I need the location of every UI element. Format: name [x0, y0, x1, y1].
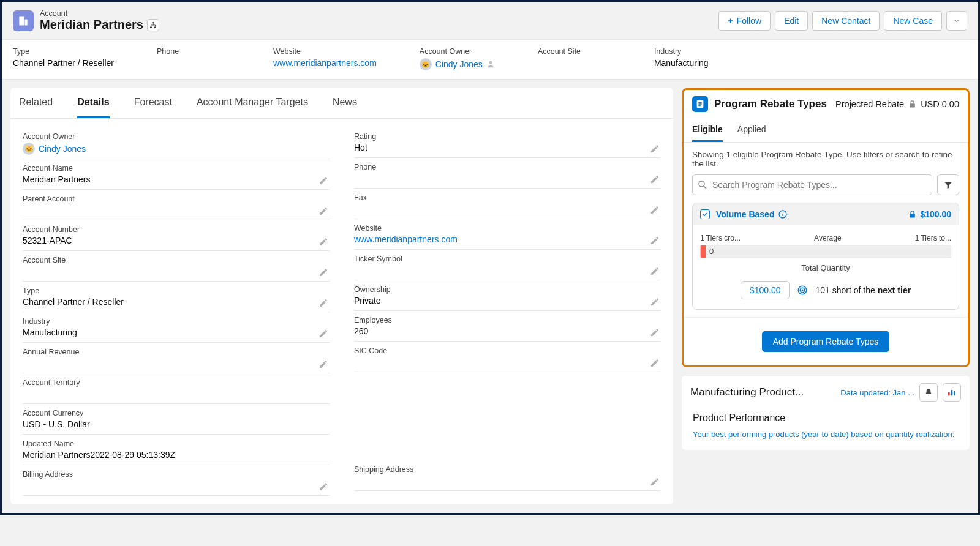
field-ticker-symbol: Ticker Symbol [354, 250, 661, 280]
hierarchy-button[interactable] [147, 19, 159, 31]
more-actions-button[interactable] [946, 11, 967, 31]
pencil-icon[interactable] [650, 327, 660, 337]
check-icon [701, 211, 709, 218]
hl-website-link[interactable]: www.meridianpartners.com [273, 58, 377, 68]
field-value [23, 266, 312, 277]
pencil-icon[interactable] [650, 266, 660, 276]
field-value: 260 [354, 326, 644, 337]
svg-rect-15 [951, 390, 953, 395]
hl-industry-value: Manufacturing [654, 58, 728, 68]
account-icon [13, 10, 34, 31]
field-link[interactable]: www.meridianpartners.com [354, 234, 458, 244]
field-rating: RatingHot [354, 127, 661, 158]
tab-related[interactable]: Related [19, 88, 53, 118]
field-value: Private [354, 296, 644, 307]
field-value: www.meridianpartners.com [354, 234, 644, 245]
pencil-icon[interactable] [318, 267, 328, 277]
hl-type-label: Type [13, 47, 114, 56]
pencil-icon[interactable] [318, 176, 328, 185]
pencil-icon[interactable] [318, 329, 328, 338]
tab-forecast[interactable]: Forecast [134, 88, 172, 118]
field-value: Manufacturing [23, 327, 312, 338]
rebate-item-amount: $100.00 [920, 209, 951, 219]
pencil-icon[interactable] [650, 174, 660, 184]
rebate-search-input[interactable] [692, 174, 932, 195]
field-label: Website [354, 224, 644, 233]
pencil-icon[interactable] [318, 206, 328, 216]
edit-button[interactable]: Edit [775, 11, 808, 31]
change-owner-icon[interactable] [486, 60, 495, 69]
svg-rect-4 [154, 26, 156, 28]
pencil-icon[interactable] [318, 482, 328, 492]
field-label: Account Name [23, 164, 312, 173]
field-value: Channel Partner / Reseller [23, 297, 312, 308]
tab-news[interactable]: News [333, 88, 357, 118]
field-value: Meridian Partners2022-08-29 05:13:39Z [23, 450, 330, 461]
tab-applied[interactable]: Applied [737, 118, 766, 142]
field-billing-address: Billing Address [23, 465, 330, 496]
tab-eligible[interactable]: Eligible [692, 118, 723, 142]
hl-phone-label: Phone [157, 47, 230, 56]
field-label: Account Site [23, 256, 312, 264]
add-program-rebate-types-button[interactable]: Add Program Rebate Types [762, 331, 890, 352]
field-account-number: Account Number52321-APAC [23, 220, 330, 251]
pencil-icon[interactable] [650, 144, 660, 154]
bar-value: 0 [709, 247, 714, 256]
field-label: Ownership [354, 285, 644, 294]
rebate-item-checkbox[interactable] [700, 209, 710, 219]
field-account-name: Account NameMeridian Partners [23, 159, 330, 190]
pencil-icon[interactable] [650, 205, 660, 215]
bell-icon [924, 387, 933, 397]
svg-rect-16 [954, 391, 956, 395]
svg-rect-10 [910, 214, 916, 217]
field-label: Type [23, 286, 312, 295]
pencil-icon[interactable] [318, 237, 328, 247]
field-label: Billing Address [23, 470, 312, 479]
info-icon[interactable] [778, 209, 788, 219]
product-performance-text: Your best performing products (year to d… [693, 430, 959, 439]
tier-chip[interactable]: $100.00 [741, 281, 790, 299]
pencil-icon[interactable] [318, 298, 328, 308]
new-case-button[interactable]: New Case [884, 11, 942, 31]
notifications-button[interactable] [919, 383, 938, 402]
owner-link[interactable]: Cindy Jones [39, 144, 86, 154]
rebate-item: Volume Based $100.00 1 Tiers cro... Aver… [692, 203, 959, 310]
field-account-site: Account Site [23, 251, 330, 282]
chart-button[interactable] [943, 383, 961, 402]
field-value [354, 204, 644, 215]
field-value: Meridian Partners [23, 174, 312, 185]
field-type: TypeChannel Partner / Reseller [23, 282, 330, 312]
follow-button[interactable]: +Follow [718, 11, 771, 31]
tab-account-manager-targets[interactable]: Account Manager Targets [197, 88, 308, 118]
pencil-icon[interactable] [650, 297, 660, 307]
pencil-icon[interactable] [318, 359, 328, 369]
tab-details[interactable]: Details [77, 88, 109, 118]
field-updated-name: Updated NameMeridian Partners2022-08-29 … [23, 435, 330, 465]
pencil-icon[interactable] [650, 358, 660, 368]
field-value [354, 476, 644, 487]
field-shipping-address: Shipping Address [354, 460, 661, 491]
field-label: Updated Name [23, 439, 330, 448]
bar-label-right: 1 Tiers to... [915, 234, 951, 242]
svg-rect-7 [910, 103, 915, 107]
filter-button[interactable] [937, 174, 959, 195]
filter-icon [943, 180, 953, 190]
mfg-updated-value: Jan ... [893, 388, 914, 397]
projected-rebate-value: USD 0.00 [921, 99, 959, 109]
pencil-icon[interactable] [650, 477, 660, 487]
header-actions: +Follow Edit New Contact New Case [718, 11, 967, 31]
field-value [354, 357, 644, 368]
new-contact-button[interactable]: New Contact [812, 11, 880, 31]
field-value [23, 481, 312, 492]
target-icon [797, 285, 808, 296]
hl-owner-link[interactable]: Cindy Jones [435, 59, 483, 69]
field-value [23, 358, 312, 369]
field-annual-revenue: Annual Revenue [23, 343, 330, 373]
svg-rect-3 [150, 26, 152, 28]
rebate-item-name[interactable]: Volume Based [716, 209, 774, 219]
object-label: Account [40, 9, 159, 18]
field-industry: IndustryManufacturing [23, 312, 330, 343]
field-phone: Phone [354, 158, 661, 189]
field-website: Websitewww.meridianpartners.com [354, 219, 661, 250]
pencil-icon[interactable] [650, 236, 660, 245]
